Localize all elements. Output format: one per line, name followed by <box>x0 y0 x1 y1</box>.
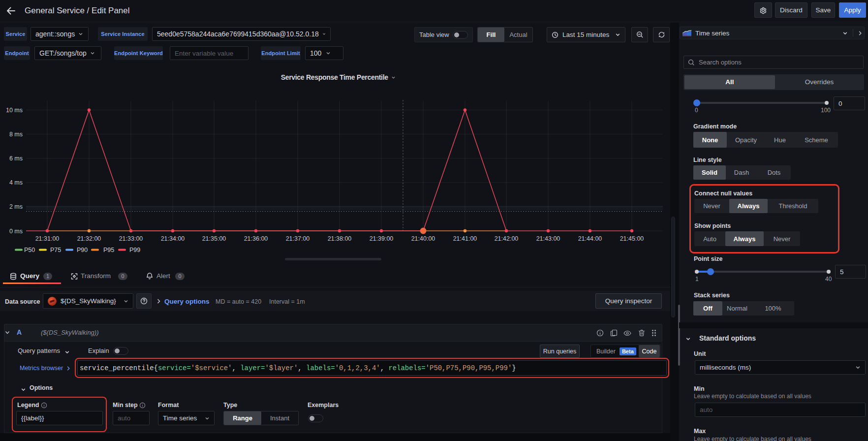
svg-text:21:38:00: 21:38:00 <box>328 235 352 242</box>
svg-text:10 ms: 10 ms <box>6 107 23 114</box>
svg-text:21:37:00: 21:37:00 <box>286 235 310 242</box>
svg-text:21:42:00: 21:42:00 <box>495 235 519 242</box>
svg-text:P95: P95 <box>103 247 114 253</box>
svg-text:P50: P50 <box>24 247 35 253</box>
svg-text:21:35:00: 21:35:00 <box>202 235 226 242</box>
svg-text:21:31:00: 21:31:00 <box>35 235 60 242</box>
svg-text:21:43:00: 21:43:00 <box>536 235 560 242</box>
svg-text:21:39:00: 21:39:00 <box>370 235 394 242</box>
svg-text:0 ms: 0 ms <box>9 228 23 235</box>
svg-text:21:34:00: 21:34:00 <box>161 235 185 242</box>
svg-text:P99: P99 <box>129 247 140 253</box>
svg-text:21:36:00: 21:36:00 <box>244 235 268 242</box>
svg-text:21:41:00: 21:41:00 <box>453 235 477 242</box>
svg-text:4 ms: 4 ms <box>9 179 23 186</box>
svg-text:P75: P75 <box>50 247 61 253</box>
svg-text:8 ms: 8 ms <box>9 131 23 138</box>
svg-text:6 ms: 6 ms <box>9 155 23 162</box>
svg-text:21:45:00: 21:45:00 <box>620 235 644 242</box>
svg-text:21:40:00: 21:40:00 <box>411 235 435 242</box>
svg-text:21:32:00: 21:32:00 <box>77 235 101 242</box>
svg-text:P90: P90 <box>77 247 88 253</box>
svg-text:2 ms: 2 ms <box>9 203 23 210</box>
svg-text:21:44:00: 21:44:00 <box>578 235 602 242</box>
svg-text:21:33:00: 21:33:00 <box>119 235 143 242</box>
